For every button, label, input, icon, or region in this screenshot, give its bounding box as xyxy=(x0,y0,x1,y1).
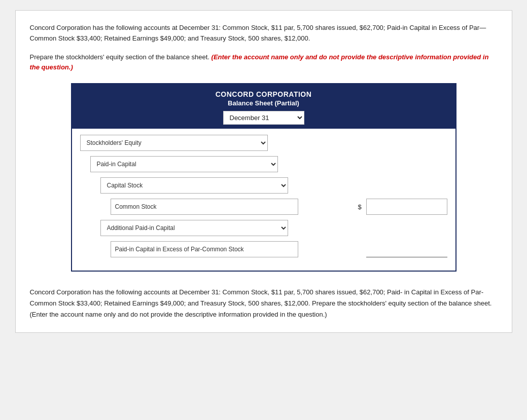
row-common-stock: $ xyxy=(80,199,447,215)
balance-sheet-header: CONCORD CORPORATION Balance Sheet (Parti… xyxy=(72,84,455,129)
main-container: Concord Corporation has the following ac… xyxy=(15,10,512,333)
paid-in-excess-amount-area xyxy=(358,241,447,257)
row-additional-paid-in-capital: Additional Paid-in Capital xyxy=(80,220,447,236)
prepare-prefix: Prepare the stockholders' equity section… xyxy=(30,53,212,61)
balance-sheet: CONCORD CORPORATION Balance Sheet (Parti… xyxy=(71,83,456,272)
stockholders-equity-select[interactable]: Stockholders' Equity xyxy=(80,135,268,151)
paid-in-capital-select[interactable]: Paid-in Capital xyxy=(90,156,278,172)
dollar-sign-2 xyxy=(358,246,364,253)
prepare-text: Prepare the stockholders' equity section… xyxy=(30,52,498,73)
date-row: December 31 xyxy=(77,111,450,125)
company-name: CONCORD CORPORATION xyxy=(77,90,450,98)
row-paid-in-capital: Paid-in Capital xyxy=(80,156,447,172)
common-stock-amount-input[interactable] xyxy=(366,199,447,215)
common-stock-input[interactable] xyxy=(111,199,298,215)
bottom-text: Concord Corporation has the following ac… xyxy=(30,287,497,320)
capital-stock-select[interactable]: Capital Stock xyxy=(100,177,288,194)
sheet-title: Balance Sheet (Partial) xyxy=(77,99,450,107)
date-select[interactable]: December 31 xyxy=(223,111,304,125)
row-capital-stock: Capital Stock xyxy=(80,177,447,194)
dollar-sign: $ xyxy=(358,203,364,211)
additional-paid-in-capital-select[interactable]: Additional Paid-in Capital xyxy=(100,220,288,236)
balance-sheet-body: Stockholders' Equity Paid-in Capital Cap… xyxy=(72,129,455,271)
paid-in-excess-amount-input[interactable] xyxy=(366,241,447,257)
question-text: Concord Corporation has the following ac… xyxy=(30,23,498,44)
row-stockholders-equity: Stockholders' Equity xyxy=(80,135,447,151)
common-stock-amount-area: $ xyxy=(358,199,447,215)
row-paid-in-excess xyxy=(80,241,447,257)
paid-in-excess-input[interactable] xyxy=(111,241,298,257)
